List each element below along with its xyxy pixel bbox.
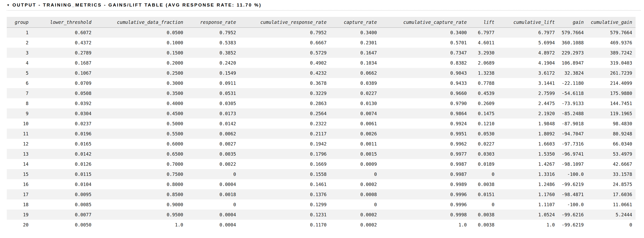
table-cell-cumulative_response_rate: 0.2863 — [239, 98, 330, 109]
table-cell-cumulative_lift: 3.1441 — [498, 78, 558, 88]
section-header-toggle[interactable]: ▾ OUTPUT - TRAINING_METRICS - GAINS/LIFT… — [7, 1, 640, 10]
table-cell-cumulative_response_rate: 0.2117 — [239, 129, 330, 139]
table-cell-cumulative_capture_rate: 0.7347 — [380, 48, 470, 58]
table-cell-cumulative_capture_rate: 0.9996 — [380, 189, 470, 200]
table-cell-lift: 0.0227 — [470, 139, 498, 149]
table-cell-lift: 0.7788 — [470, 78, 498, 88]
table-cell-response_rate: 0.0173 — [186, 109, 239, 119]
column-header-cumulative_gain: cumulative_gain — [587, 17, 636, 27]
table-cell-gain: -98.4871 — [558, 189, 587, 200]
table-cell-cumulative_response_rate: 0.5729 — [239, 48, 330, 58]
table-cell-cumulative_gain: 24.8575 — [587, 179, 636, 189]
table-cell-cumulative_capture_rate: 0.3400 — [380, 27, 470, 38]
table-cell-group: 18 — [7, 200, 32, 210]
table-row: 130.01420.65000.00350.17960.00150.99770.… — [7, 149, 636, 159]
table-cell-cumulative_capture_rate: 0.9977 — [380, 149, 470, 159]
column-header-cumulative_response_rate: cumulative_response_rate — [239, 17, 330, 27]
table-cell-cumulative_response_rate: 0.1461 — [239, 179, 330, 189]
table-cell-lift: 0.0151 — [470, 189, 498, 200]
table-cell-cumulative_gain: 214.4099 — [587, 78, 636, 88]
table-cell-group: 16 — [7, 179, 32, 189]
table-cell-cumulative_response_rate: 0.1669 — [239, 159, 330, 169]
table-cell-cumulative_lift: 1.3316 — [498, 169, 558, 179]
table-cell-gain: -100.0 — [558, 169, 587, 179]
table-cell-gain: -99.6219 — [558, 220, 587, 230]
table-cell-cumulative_data_fraction: 0.7000 — [95, 159, 186, 169]
table-cell-cumulative_response_rate: 0.6667 — [239, 38, 330, 48]
table-cell-cumulative_lift: 2.4475 — [498, 98, 558, 109]
table-header-row: grouplower_thresholdcumulative_data_frac… — [7, 17, 636, 27]
table-cell-group: 19 — [7, 210, 32, 220]
table-cell-capture_rate: 0 — [330, 200, 380, 210]
section-title: OUTPUT - TRAINING_METRICS - GAINS/LIFT T… — [12, 2, 262, 8]
table-cell-lift: 0.0303 — [470, 149, 498, 159]
table-cell-gain: -97.7316 — [558, 139, 587, 149]
table-cell-gain: -100.0 — [558, 200, 587, 210]
table-cell-cumulative_data_fraction: 0.8500 — [95, 189, 186, 200]
table-cell-group: 20 — [7, 220, 32, 230]
table-cell-cumulative_lift: 4.1904 — [498, 58, 558, 68]
table-cell-cumulative_lift: 4.8972 — [498, 48, 558, 58]
table-cell-capture_rate: 0.1034 — [330, 58, 380, 68]
table-cell-capture_rate: 0.0002 — [330, 179, 380, 189]
table-cell-cumulative_response_rate: 0.2564 — [239, 109, 330, 119]
table-cell-group: 3 — [7, 48, 32, 58]
table-cell-cumulative_lift: 1.0 — [498, 220, 558, 230]
table-row: 110.01960.55000.00620.21170.00260.99510.… — [7, 129, 636, 139]
table-cell-cumulative_lift: 3.6172 — [498, 68, 558, 78]
table-cell-cumulative_lift: 5.6994 — [498, 38, 558, 48]
table-cell-lift: 0 — [470, 169, 498, 179]
table-cell-cumulative_gain: 5.2444 — [587, 210, 636, 220]
table-cell-lower_threshold: 0.0077 — [32, 210, 95, 220]
table-cell-cumulative_data_fraction: 0.9500 — [95, 210, 186, 220]
table-cell-response_rate: 0.0911 — [186, 78, 239, 88]
table-cell-lower_threshold: 0.4372 — [32, 38, 95, 48]
table-cell-response_rate: 0.0004 — [186, 179, 239, 189]
table-cell-capture_rate: 0.0061 — [330, 119, 380, 129]
column-header-cumulative_data_fraction: cumulative_data_fraction — [95, 17, 186, 27]
table-cell-cumulative_capture_rate: 0.9962 — [380, 139, 470, 149]
table-cell-cumulative_capture_rate: 0.9864 — [380, 109, 470, 119]
table-cell-gain: -22.1180 — [558, 78, 587, 88]
table-row: 150.01150.750000.155800.998701.3316-100.… — [7, 169, 636, 179]
table-cell-cumulative_capture_rate: 0.5701 — [380, 38, 470, 48]
table-row: 200.00501.00.00040.11700.00021.00.00381.… — [7, 220, 636, 230]
table-cell-gain: -96.9741 — [558, 149, 587, 159]
table-cell-gain: -99.6216 — [558, 210, 587, 220]
table-cell-gain: -73.9133 — [558, 98, 587, 109]
table-cell-capture_rate: 0.0009 — [330, 159, 380, 169]
table-cell-gain: -98.1097 — [558, 159, 587, 169]
table-cell-capture_rate: 0.0227 — [330, 88, 380, 98]
column-header-response_rate: response_rate — [186, 17, 239, 27]
table-cell-lower_threshold: 0.0050 — [32, 220, 95, 230]
table-cell-response_rate: 0.0035 — [186, 149, 239, 159]
table-cell-cumulative_response_rate: 0.1796 — [239, 149, 330, 159]
table-cell-lift: 6.7977 — [470, 27, 498, 38]
table-cell-response_rate: 0.7952 — [186, 27, 239, 38]
table-cell-capture_rate: 0.3400 — [330, 27, 380, 38]
table-cell-cumulative_gain: 389.7242 — [587, 48, 636, 58]
table-cell-response_rate: 0.0305 — [186, 98, 239, 109]
table-cell-group: 17 — [7, 189, 32, 200]
table-cell-cumulative_response_rate: 0.1558 — [239, 169, 330, 179]
table-cell-cumulative_gain: 0 — [587, 220, 636, 230]
table-cell-lower_threshold: 0.1067 — [32, 68, 95, 78]
table-cell-lift: 2.0689 — [470, 58, 498, 68]
table-cell-cumulative_capture_rate: 0.8382 — [380, 58, 470, 68]
collapse-caret-icon[interactable]: ▾ — [7, 3, 9, 7]
table-cell-cumulative_capture_rate: 0.9924 — [380, 119, 470, 129]
table-cell-cumulative_data_fraction: 0.0500 — [95, 27, 186, 38]
table-row: 160.01040.80000.00040.14610.00020.99890.… — [7, 179, 636, 189]
table-cell-response_rate: 0.0531 — [186, 88, 239, 98]
table-cell-cumulative_data_fraction: 0.1000 — [95, 38, 186, 48]
table-cell-cumulative_gain: 11.0661 — [587, 200, 636, 210]
table-cell-capture_rate: 0.0011 — [330, 139, 380, 149]
table-cell-lift: 0 — [470, 200, 498, 210]
table-cell-lift: 0.0189 — [470, 159, 498, 169]
table-cell-capture_rate: 0.1647 — [330, 48, 380, 58]
table-cell-cumulative_capture_rate: 0.9987 — [380, 159, 470, 169]
table-cell-group: 2 — [7, 38, 32, 48]
column-header-lift: lift — [470, 17, 498, 27]
table-cell-cumulative_capture_rate: 0.9790 — [380, 98, 470, 109]
table-cell-cumulative_data_fraction: 0.5000 — [95, 119, 186, 129]
